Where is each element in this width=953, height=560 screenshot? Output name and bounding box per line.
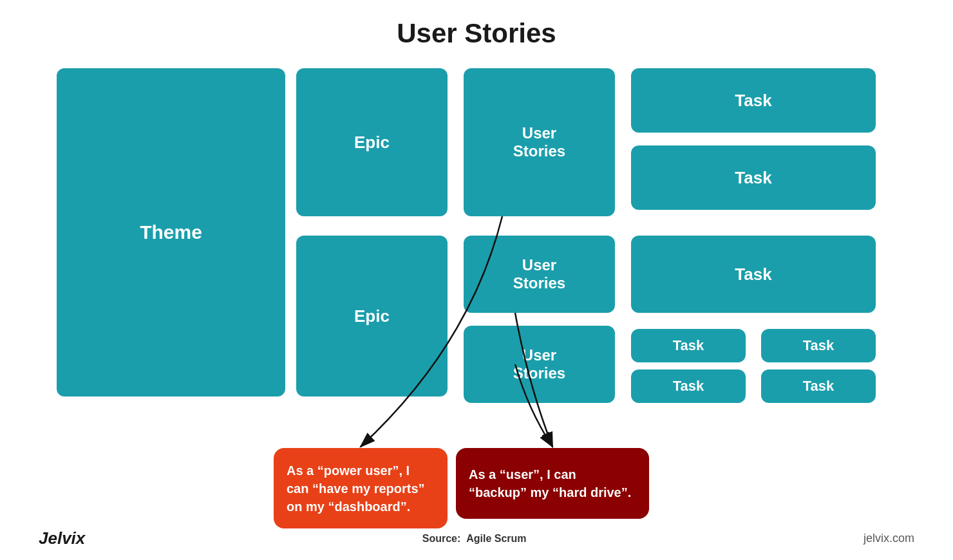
task4a-box: Task	[631, 329, 746, 362]
source-text: Source: Agile Scrum	[422, 533, 527, 545]
task1-box: Task	[631, 68, 876, 133]
task4b-box: Task	[761, 329, 876, 362]
source-label: Source:	[422, 533, 461, 544]
user-stories-3-box: User Stories	[464, 326, 615, 403]
epic2-box: Epic	[296, 236, 448, 397]
story-dark-red-box: As a “user”, I can “backup” my “hard dri…	[456, 448, 649, 519]
task4d-box: Task	[761, 369, 876, 403]
task3-box: Task	[631, 236, 876, 313]
footer: Jelvix Source: Agile Scrum jelvix.com	[0, 528, 953, 548]
source-value: Agile Scrum	[466, 533, 526, 544]
page-title: User Stories	[0, 0, 953, 62]
user-stories-2-box: User Stories	[464, 236, 615, 313]
task2-box: Task	[631, 145, 876, 210]
theme-box: Theme	[57, 68, 285, 397]
user-stories-1-box: User Stories	[464, 68, 615, 216]
story-orange-box: As a “power user”, I can “have my report…	[274, 448, 448, 528]
diagram-area: Theme Epic Epic User Stories User Storie…	[0, 62, 953, 551]
epic1-box: Epic	[296, 68, 448, 216]
task4c-box: Task	[631, 369, 746, 403]
footer-url: jelvix.com	[863, 532, 914, 545]
brand-label: Jelvix	[39, 528, 85, 548]
